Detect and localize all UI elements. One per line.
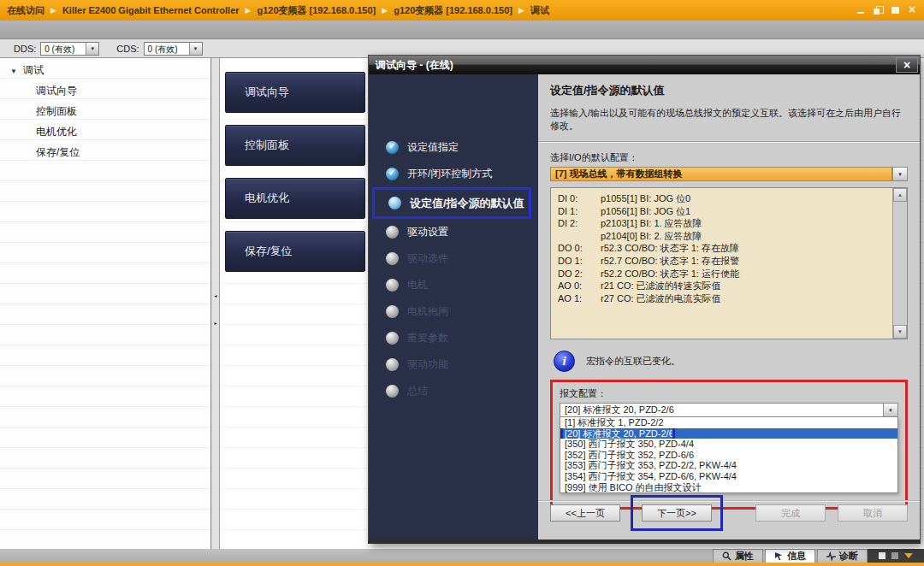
restore-icon[interactable] xyxy=(874,6,883,15)
io-config-label: 选择I/O的默认配置： xyxy=(550,151,908,164)
step-done-icon xyxy=(386,141,399,154)
tree-node-commissioning[interactable]: 调试 xyxy=(0,60,210,80)
window-titlebar: 在线访问 ▶ Killer E2400 Gigabit Ethernet Con… xyxy=(0,0,924,21)
wizard-step-defaults-of-setpoints[interactable]: 设定值/指令源的默认值 xyxy=(372,187,531,219)
nav-button-wizard[interactable]: 调试向导 xyxy=(225,72,365,113)
telegram-config-annotated-region: 报文配置： [20] 标准报文 20, PZD-2/6 [1] 标准报文 1, … xyxy=(550,380,908,510)
io-row: AO 1:r27 CO: 已滤波的电流实际值 xyxy=(558,292,886,305)
breadcrumb-arrow-icon: ▶ xyxy=(50,6,56,15)
next-page-button[interactable]: 下一页>> xyxy=(642,504,712,522)
info-icon xyxy=(554,351,575,372)
finish-button[interactable]: 完成 xyxy=(755,504,826,522)
tab-label: 信息 xyxy=(787,550,806,563)
dialog-close-icon[interactable] xyxy=(896,57,918,73)
io-assignment-listbox[interactable]: DI 0:p1055[1] BI: JOG 位0 DI 1:p1056[1] B… xyxy=(550,187,908,339)
info-message: 宏指令的互联已变化。 xyxy=(586,355,680,368)
nav-button-motor-optimization[interactable]: 电机优化 xyxy=(225,178,365,219)
step-pending-icon xyxy=(386,279,399,292)
telegram-option[interactable]: [352] 西门子报文 352, PZD-6/6 xyxy=(560,450,897,461)
telegram-option[interactable]: [1] 标准报文 1, PZD-2/2 xyxy=(560,417,897,428)
splitter-handle-icon[interactable] xyxy=(212,284,219,330)
panel-dim-icon[interactable] xyxy=(891,552,898,559)
scroll-up-icon[interactable] xyxy=(893,188,907,202)
wizard-step-drive-settings[interactable]: 驱动设置 xyxy=(369,219,538,245)
breadcrumb-arrow-icon: ▶ xyxy=(382,6,388,15)
wizard-step-setpoint-specification[interactable]: 设定值指定 xyxy=(369,134,538,161)
cds-select[interactable]: 0 (有效) xyxy=(144,42,203,56)
step-done-icon xyxy=(386,168,399,180)
chevron-down-icon[interactable] xyxy=(86,43,98,55)
breadcrumb-arrow-icon: ▶ xyxy=(246,6,252,15)
scroll-down-icon[interactable] xyxy=(893,325,907,339)
io-port: AO 1: xyxy=(558,292,601,305)
io-config-combobox[interactable]: [7] 现场总线，带有数据组转换 xyxy=(550,167,908,181)
chevron-down-icon[interactable] xyxy=(883,404,897,416)
telegram-dropdown-list: [1] 标准报文 1, PZD-2/2 [20] 标准报文 20, PZD-2/… xyxy=(560,417,898,493)
io-row: DI 0:p1055[1] BI: JOG 位0 xyxy=(558,192,886,205)
wizard-step-motor: 电机 xyxy=(369,272,538,298)
chevron-down-icon[interactable] xyxy=(892,168,907,180)
telegram-option[interactable]: [353] 西门子报文 353, PZD-2/2, PKW-4/4 xyxy=(560,460,897,471)
telegram-combobox[interactable]: [20] 标准报文 20, PZD-2/6 xyxy=(560,403,898,417)
dds-select[interactable]: 0 (有效) xyxy=(40,42,99,56)
step-current-icon xyxy=(388,197,401,209)
tab-properties[interactable]: 属性 xyxy=(713,549,763,563)
tab-info[interactable]: 信息 xyxy=(765,549,815,563)
breadcrumb-item[interactable]: 调试 xyxy=(530,4,549,17)
io-config-value: [7] 现场总线，带有数据组转换 xyxy=(551,168,892,180)
io-row: AO 0:r21 CO: 已滤波的转速实际值 xyxy=(558,280,886,292)
telegram-option[interactable]: [354] 西门子报文 354, PZD-6/6, PKW-4/4 xyxy=(560,471,897,482)
step-pending-icon xyxy=(386,252,399,265)
wizard-footer: <<上一页 下一页>> 完成 取消 xyxy=(550,495,908,531)
io-text: p1056[1] BI: JOG 位1 xyxy=(601,205,690,218)
tree-item-wizard[interactable]: 调试向导 xyxy=(0,80,210,101)
step-label: 驱动功能 xyxy=(407,357,448,372)
step-label: 设定值指定 xyxy=(407,140,459,155)
io-row: p2104[0] BI: 2. 应答故障 xyxy=(558,230,886,243)
breadcrumb: 在线访问 ▶ Killer E2400 Gigabit Ethernet Con… xyxy=(7,4,549,17)
cancel-button[interactable]: 取消 xyxy=(838,504,908,522)
previous-page-button[interactable]: <<上一页 xyxy=(550,504,620,522)
maximize-icon[interactable] xyxy=(891,6,900,15)
panel-icon[interactable] xyxy=(879,552,886,559)
tree-expand-icon[interactable] xyxy=(10,64,17,76)
telegram-option[interactable]: [999] 使用 BICO 的自由报文设计 xyxy=(560,482,897,493)
io-text: r52.3 CO/BO: 状态字 1: 存在故障 xyxy=(601,242,739,255)
statusbar-corner-icons xyxy=(868,549,924,563)
minimize-icon[interactable] xyxy=(856,6,866,15)
io-text: r52.2 CO/BO: 状态字 1: 运行使能 xyxy=(601,268,739,280)
nav-button-save-reset[interactable]: 保存/复位 xyxy=(225,231,365,272)
chevron-down-icon[interactable] xyxy=(189,43,202,55)
step-label: 总结 xyxy=(407,384,428,398)
dds-field: DDS: 0 (有效) xyxy=(14,42,99,56)
nav-button-control-panel[interactable]: 控制面板 xyxy=(225,125,365,166)
tab-label: 属性 xyxy=(735,550,754,563)
tab-diagnostics[interactable]: 诊断 xyxy=(817,549,868,563)
panel-splitter[interactable] xyxy=(212,58,220,549)
tree-item-motor-optimization[interactable]: 电机优化 xyxy=(0,121,210,142)
dds-label: DDS: xyxy=(14,44,36,54)
application-window: 在线访问 ▶ Killer E2400 Gigabit Ethernet Con… xyxy=(0,0,924,566)
io-text: r21 CO: 已滤波的转速实际值 xyxy=(601,280,721,292)
io-port: DO 0: xyxy=(558,242,601,255)
tree-item-control-panel[interactable]: 控制面板 xyxy=(0,101,210,121)
telegram-option-selected[interactable]: [20] 标准报文 20, PZD-2/6 xyxy=(560,428,897,439)
wizard-step-control-mode[interactable]: 开环/闭环控制方式 xyxy=(369,161,538,187)
collapse-chevron-icon[interactable] xyxy=(904,553,913,558)
step-label: 驱动选件 xyxy=(407,251,448,266)
close-icon[interactable] xyxy=(908,6,917,15)
breadcrumb-item[interactable]: Killer E2400 Gigabit Ethernet Controller xyxy=(62,5,240,15)
wizard-step-drive-options: 驱动选件 xyxy=(369,245,538,272)
breadcrumb-item[interactable]: g120变频器 [192.168.0.150] xyxy=(394,4,512,17)
telegram-option[interactable]: [350] 西门子报文 350, PZD-4/4 xyxy=(560,439,897,450)
cds-field: CDS: 0 (有效) xyxy=(116,42,202,56)
divider xyxy=(538,141,920,143)
window-controls xyxy=(856,6,917,15)
scrollbar[interactable] xyxy=(892,188,907,339)
step-label: 驱动设置 xyxy=(407,225,448,239)
breadcrumb-item[interactable]: g120变频器 [192.168.0.150] xyxy=(257,4,376,17)
tree-item-save-reset[interactable]: 保存/复位 xyxy=(0,142,210,162)
cds-value: 0 (有效) xyxy=(145,43,189,55)
function-tree-panel: 调试 调试向导 控制面板 电机优化 保存/复位 xyxy=(0,58,211,549)
breadcrumb-item[interactable]: 在线访问 xyxy=(7,4,44,17)
